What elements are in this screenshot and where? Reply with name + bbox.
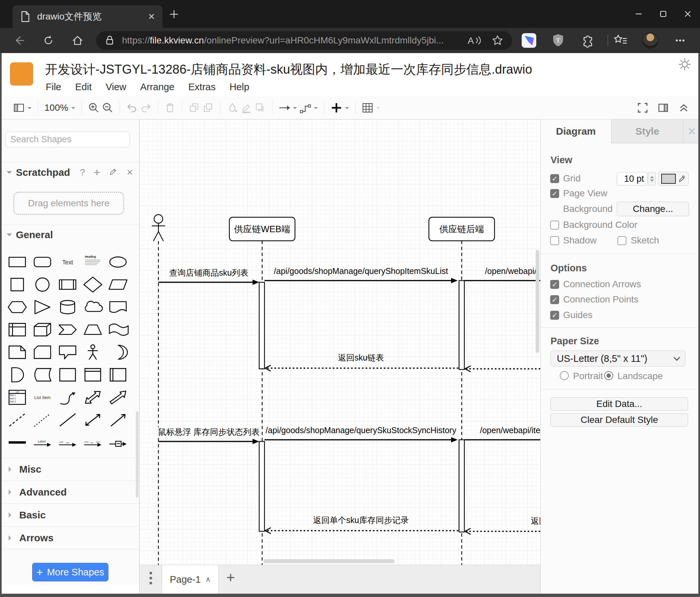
diagram-canvas[interactable]: 供应链WEB端 供应链后端 查询店铺商品sku列表 /api/goods/sho… (140, 119, 540, 565)
delete-icon[interactable] (163, 100, 177, 115)
shape-and[interactable] (5, 363, 30, 386)
tab-style[interactable]: Style (611, 119, 683, 143)
shape-step[interactable] (55, 318, 80, 341)
shape-or[interactable] (105, 341, 131, 363)
return-message[interactable]: 返回 (465, 516, 540, 534)
format-panel-icon[interactable] (656, 100, 670, 115)
browser-tab[interactable]: drawio文件预览 ✕ (12, 5, 162, 28)
scratchpad-add-icon[interactable]: + (94, 166, 100, 179)
message[interactable]: /open/webapi/ (464, 266, 540, 281)
actor-figure[interactable] (152, 215, 165, 241)
shape-callout[interactable] (55, 341, 80, 363)
edit-data-button[interactable]: Edit Data... (551, 397, 688, 411)
shape-curve[interactable] (55, 386, 80, 409)
shape-list[interactable]: ListItem 1Item 2Item 3 (5, 386, 30, 409)
message[interactable]: 鼠标悬浮 库存同步状态列表 (158, 427, 260, 444)
view-panels-caret[interactable] (27, 107, 31, 111)
change-background-button[interactable]: Change... (617, 202, 689, 216)
shape-rounded-rectangle[interactable] (30, 251, 55, 273)
return-message[interactable] (465, 366, 540, 372)
shape-cylinder[interactable] (55, 296, 80, 318)
grid-checkbox[interactable]: ✓ (550, 174, 559, 183)
shape-cube[interactable] (30, 318, 55, 341)
redo-icon[interactable] (139, 100, 153, 115)
section-arrows[interactable]: Arrows (0, 526, 140, 549)
to-back-icon[interactable] (201, 100, 215, 115)
panel-close-icon[interactable]: ✕ (683, 119, 700, 143)
shape-hexagon[interactable] (5, 296, 30, 318)
shape-container[interactable] (55, 363, 80, 386)
fullscreen-icon[interactable] (636, 100, 650, 115)
shadow-checkbox[interactable] (550, 236, 559, 245)
connection-arrow-icon[interactable] (277, 100, 291, 115)
add-page-button[interactable]: + (226, 569, 235, 586)
page-view-checkbox[interactable]: ✓ (550, 189, 559, 198)
fill-color-icon[interactable] (225, 100, 239, 115)
guides-checkbox[interactable]: ✓ (550, 311, 559, 320)
insert-caret[interactable] (345, 107, 349, 111)
pages-menu-icon[interactable] (149, 572, 152, 584)
maximize-button[interactable] (651, 3, 675, 25)
shape-vertical-container[interactable] (80, 363, 105, 386)
shape-source-target-arrow[interactable] (80, 431, 105, 454)
shape-dotted-line[interactable] (30, 409, 55, 431)
activation-bar[interactable] (259, 441, 265, 531)
activation-bar[interactable] (459, 440, 464, 532)
shape-bidirectional-arrow[interactable] (80, 386, 105, 409)
message[interactable]: 查询店铺商品sku列表 (158, 268, 259, 285)
menu-view[interactable]: View (106, 81, 126, 93)
participant-box[interactable]: 供应链后端 (429, 217, 495, 241)
shape-process[interactable] (55, 273, 80, 296)
shape-filled-edge[interactable] (5, 431, 30, 454)
back-icon[interactable] (11, 32, 27, 48)
background-color-checkbox[interactable] (550, 220, 559, 230)
shape-note[interactable] (5, 341, 30, 363)
shape-square[interactable] (5, 273, 30, 296)
menu-extras[interactable]: Extras (188, 81, 216, 93)
shape-parallelogram[interactable] (105, 273, 131, 296)
activation-bar[interactable] (459, 281, 464, 369)
participant-box[interactable]: 供应链WEB端 (229, 217, 295, 241)
read-aloud-icon[interactable]: A (467, 34, 482, 46)
waypoints-caret[interactable] (314, 107, 318, 111)
grid-size-stepper[interactable] (648, 172, 656, 185)
home-icon[interactable] (70, 32, 85, 48)
more-shapes-button[interactable]: + More Shapes (32, 563, 108, 581)
menu-file[interactable]: File (46, 81, 61, 93)
refresh-icon[interactable] (41, 32, 56, 48)
menu-arrange[interactable]: Arrange (140, 81, 174, 93)
shape-rectangle[interactable] (5, 251, 30, 273)
shape-arrow[interactable] (105, 386, 131, 409)
shape-card[interactable] (30, 341, 55, 363)
page-tab[interactable]: Page-1 ∧ (162, 565, 219, 594)
shape-data-storage[interactable] (30, 363, 55, 386)
table-caret[interactable] (376, 107, 380, 111)
profile-avatar[interactable] (642, 32, 658, 48)
shape-circle[interactable] (30, 273, 55, 296)
extension-kite-icon[interactable] (521, 32, 537, 48)
return-message[interactable]: 返回sku链表 (265, 353, 458, 371)
scratchpad-header[interactable]: Scratchpad ? + × (0, 162, 140, 183)
line-color-icon[interactable] (239, 100, 253, 115)
zoom-out-icon[interactable] (101, 100, 115, 115)
favorites-bar-icon[interactable] (612, 32, 628, 48)
insert-icon[interactable] (329, 100, 343, 115)
section-misc[interactable]: Misc (0, 458, 140, 481)
shape-text[interactable]: Text (55, 251, 80, 273)
shape-internal-storage[interactable] (5, 318, 30, 341)
extensions-puzzle-icon[interactable] (579, 32, 595, 48)
new-tab-button[interactable] (168, 9, 180, 21)
shape-bidirectional-connector[interactable] (80, 409, 105, 431)
shape-source-arrow[interactable] (55, 431, 80, 454)
theme-sun-icon[interactable] (678, 58, 691, 72)
view-panels-button[interactable] (12, 100, 26, 115)
landscape-radio[interactable] (604, 371, 613, 380)
menu-edit[interactable]: Edit (75, 81, 92, 93)
shape-diamond[interactable] (80, 273, 105, 296)
undo-icon[interactable] (125, 100, 139, 115)
grid-size-input[interactable] (617, 172, 648, 185)
connection-arrows-checkbox[interactable]: ✓ (550, 280, 559, 289)
tab-diagram[interactable]: Diagram (541, 119, 611, 143)
section-advanced[interactable]: Advanced (0, 481, 140, 503)
tab-close-icon[interactable]: ✕ (148, 11, 155, 22)
